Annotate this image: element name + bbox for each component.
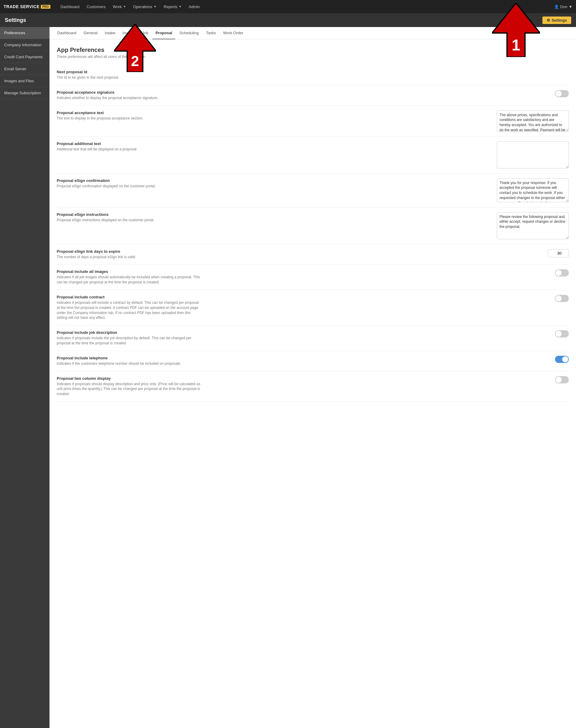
sidebar-item-manage-subscription[interactable]: Manage Subscription (0, 87, 50, 99)
setting-desc: Indicates if proposals should display de… (57, 382, 201, 397)
sidebar-item-images-and-files[interactable]: Images and Files (0, 75, 50, 87)
tab-general[interactable]: General (81, 27, 100, 39)
setting-label: Proposal include all images (57, 269, 201, 274)
setting-control (497, 178, 569, 203)
tab-intake[interactable]: Intake (102, 27, 118, 39)
setting-label: Proposal eSign link days to expire (57, 249, 201, 254)
setting-desc: Indicates if proposals will include a co… (57, 300, 201, 320)
nav-work[interactable]: Work▼ (110, 3, 129, 11)
setting-control (497, 212, 569, 239)
setting-label-group: Proposal eSign instructions Proposal eSi… (57, 212, 201, 223)
reports-arrow-icon: ▼ (179, 5, 181, 8)
main-content: Dashboard General Intake Invoice Job Pro… (50, 27, 576, 728)
setting-row-next-proposal-id: Next proposal Id The Id to be given to t… (57, 65, 569, 85)
content-section-desc: These preferences will affect all users … (57, 55, 569, 59)
toggle-proposal-include-job-description[interactable] (555, 330, 569, 338)
page-title: Settings (5, 17, 26, 23)
setting-desc: Indicates whether to display the proposa… (57, 96, 201, 101)
setting-desc: The Id to be given to the next proposal. (57, 75, 201, 80)
setting-label-group: Next proposal Id The Id to be given to t… (57, 70, 201, 80)
setting-label: Proposal eSign instructions (57, 212, 201, 217)
toggle-proposal-include-all-images[interactable] (555, 269, 569, 276)
toggle-proposal-two-column-display[interactable] (555, 376, 569, 383)
sidebar-item-credit-card-payments[interactable]: Credit Card Payments (0, 51, 50, 63)
toggle-proposal-include-telephone[interactable] (555, 356, 569, 363)
setting-control (497, 330, 569, 338)
nav-right: 👤 Don ▼ (554, 4, 572, 9)
textarea-proposal-esign-instructions[interactable] (497, 212, 569, 239)
setting-label: Proposal include telephone (57, 356, 201, 360)
setting-label: Proposal additional text (57, 141, 201, 146)
tab-proposal[interactable]: Proposal (152, 27, 175, 39)
setting-label-group: Proposal include job description Indicat… (57, 330, 201, 346)
content-section-title: App Preferences (57, 47, 569, 53)
setting-label: Proposal two column display (57, 376, 201, 381)
toggle-slider (555, 269, 569, 276)
toggle-slider (555, 376, 569, 383)
nav-admin[interactable]: Admin (186, 3, 203, 11)
sidebar-item-company-information[interactable]: Company Information (0, 39, 50, 51)
logo: TRADE SERVICE PRO (4, 4, 50, 9)
setting-label: Next proposal Id (57, 70, 201, 74)
setting-desc: The number of days a proposal eSign link… (57, 254, 201, 260)
setting-label-group: Proposal include all images Indicates if… (57, 269, 201, 285)
content-area: App Preferences These preferences will a… (50, 39, 576, 409)
setting-desc: Indicates if proposals include the job d… (57, 335, 201, 346)
setting-desc: Proposal eSign instructions displayed on… (57, 218, 201, 223)
sidebar-item-email-server[interactable]: Email Server (0, 63, 50, 75)
setting-label-group: Proposal acceptance text The text to dis… (57, 110, 201, 121)
setting-label-group: Proposal additional text Additional text… (57, 141, 201, 152)
setting-row-proposal-include-job-description: Proposal include job description Indicat… (57, 325, 569, 351)
setting-row-proposal-esign-confirmation: Proposal eSign confirmation Proposal eSi… (57, 173, 569, 208)
input-esign-link-days[interactable] (548, 249, 569, 257)
setting-control (497, 90, 569, 97)
nav-items: Dashboard Customers Work▼ Operations▼ Re… (58, 3, 554, 11)
tab-dashboard[interactable]: Dashboard (54, 27, 80, 39)
setting-control (497, 376, 569, 383)
tab-scheduling[interactable]: Scheduling (176, 27, 202, 39)
setting-label: Proposal acceptance signature (57, 90, 201, 95)
setting-desc: Indicates if the customers telephone num… (57, 361, 201, 366)
nav-customers[interactable]: Customers (84, 3, 109, 11)
nav-dashboard[interactable]: Dashboard (58, 3, 83, 11)
setting-row-proposal-additional-text: Proposal additional text Additional text… (57, 137, 569, 173)
sub-tabs: Dashboard General Intake Invoice Job Pro… (50, 27, 576, 39)
nav-operations[interactable]: Operations▼ (130, 3, 160, 11)
setting-desc: Additional text that will be displayed o… (57, 147, 201, 152)
textarea-proposal-acceptance-text[interactable] (497, 110, 569, 132)
sidebar: Preferences Company Information Credit C… (0, 27, 50, 728)
setting-label-group: Proposal acceptance signature Indicates … (57, 90, 201, 101)
setting-label-group: Proposal include telephone Indicates if … (57, 356, 201, 366)
tab-invoice[interactable]: Invoice (119, 27, 138, 39)
setting-control (497, 356, 569, 363)
setting-control (497, 269, 569, 276)
setting-row-proposal-acceptance-text: Proposal acceptance text The text to dis… (57, 106, 569, 137)
tab-work-order[interactable]: Work Order (220, 27, 246, 39)
toggle-proposal-include-contract[interactable] (555, 295, 569, 302)
setting-label: Proposal eSign confirmation (57, 178, 201, 183)
textarea-proposal-esign-confirmation[interactable] (497, 178, 569, 203)
toggle-slider (555, 90, 569, 97)
main-layout: Preferences Company Information Credit C… (0, 27, 576, 728)
nav-reports[interactable]: Reports▼ (161, 3, 184, 11)
nav-user[interactable]: 👤 Don ▼ (554, 4, 572, 9)
settings-btn-label: Settings (552, 18, 567, 23)
setting-control (497, 141, 569, 168)
toggle-proposal-acceptance-signature[interactable] (555, 90, 569, 97)
settings-button[interactable]: ⚙ Settings (542, 17, 571, 24)
setting-desc: Proposal eSign confirmation displayed on… (57, 184, 201, 189)
user-icon: 👤 (554, 4, 559, 9)
toggle-slider (555, 330, 569, 338)
setting-label-group: Proposal two column display Indicates if… (57, 376, 201, 397)
tab-job[interactable]: Job (139, 27, 151, 39)
sidebar-item-preferences[interactable]: Preferences (0, 27, 50, 39)
toggle-slider (555, 356, 569, 363)
setting-control (497, 110, 569, 132)
setting-control (497, 295, 569, 302)
work-arrow-icon: ▼ (123, 5, 126, 8)
gear-icon: ⚙ (547, 18, 550, 23)
textarea-proposal-additional-text[interactable] (497, 141, 569, 168)
top-nav: TRADE SERVICE PRO Dashboard Customers Wo… (0, 0, 576, 13)
tab-tasks[interactable]: Tasks (203, 27, 219, 39)
setting-row-proposal-esign-instructions: Proposal eSign instructions Proposal eSi… (57, 208, 569, 244)
